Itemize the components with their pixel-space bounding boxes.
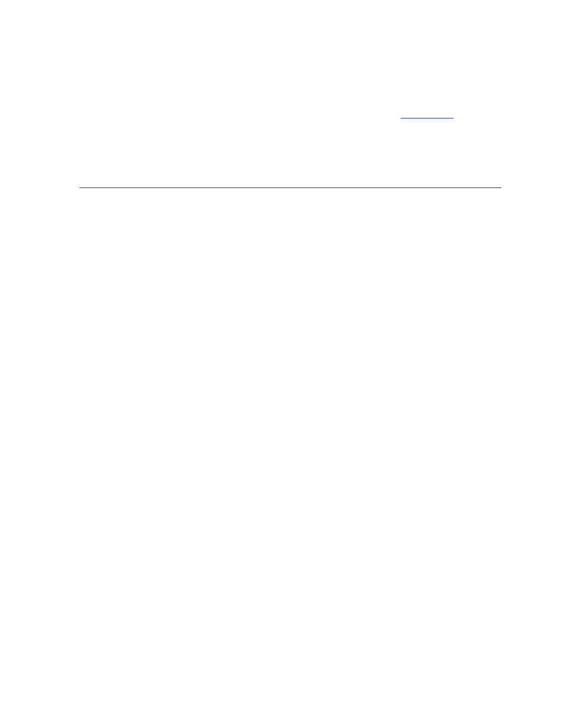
hyperlink-placeholder: [401, 118, 454, 118]
divider: [80, 187, 501, 188]
